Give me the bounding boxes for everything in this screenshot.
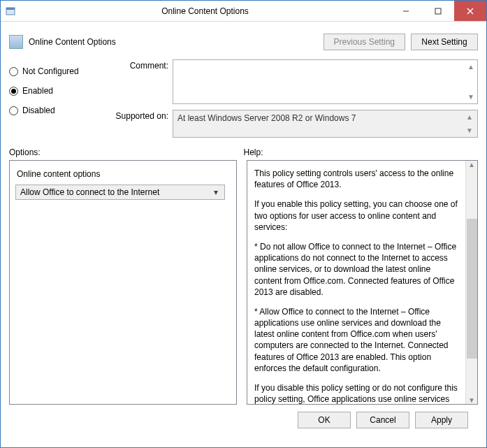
help-panel: This policy setting controls users' acce…	[247, 160, 478, 405]
maximize-button[interactable]	[422, 1, 454, 21]
scroll-down-icon: ▼	[468, 396, 475, 404]
scrollbar-thumb[interactable]	[467, 219, 477, 359]
page-title: Online Content Options	[29, 37, 116, 47]
radio-icon	[9, 87, 18, 96]
radio-label: Disabled	[22, 106, 55, 115]
policy-icon	[9, 35, 23, 49]
help-paragraph: If you enable this policy setting, you c…	[254, 198, 459, 233]
radio-label: Enabled	[22, 86, 53, 96]
radio-disabled[interactable]: Disabled	[9, 106, 114, 115]
previous-setting-button[interactable]: Previous Setting	[324, 34, 405, 50]
help-scrollbar[interactable]: ▲ ▼	[465, 161, 477, 404]
scroll-up-icon: ▲	[466, 63, 476, 71]
online-content-dropdown[interactable]: Allow Office to connect to the Internet …	[15, 185, 225, 200]
supported-on-text: At least Windows Server 2008 R2 or Windo…	[177, 113, 356, 123]
scroll-up-icon: ▲	[465, 113, 474, 121]
next-setting-button[interactable]: Next Setting	[411, 34, 478, 50]
close-button[interactable]	[454, 1, 486, 21]
window-icon	[1, 6, 20, 16]
supported-on-value: At least Windows Server 2008 R2 or Windo…	[173, 110, 478, 138]
radio-icon	[9, 106, 18, 115]
help-section-label: Help:	[244, 147, 479, 157]
apply-button[interactable]: Apply	[415, 412, 468, 428]
ok-button[interactable]: OK	[298, 412, 351, 428]
comment-label: Comment:	[114, 59, 173, 71]
radio-icon	[9, 67, 18, 76]
scroll-up-icon: ▲	[468, 161, 475, 168]
svg-rect-3	[435, 8, 441, 14]
title-bar: Online Content Options	[1, 1, 486, 22]
help-paragraph: This policy setting controls users' acce…	[254, 168, 459, 190]
dropdown-value: Allow Office to connect to the Internet	[20, 187, 159, 197]
help-text: This policy setting controls users' acce…	[253, 166, 472, 405]
help-paragraph: * Do not allow Office to connect to the …	[254, 241, 459, 298]
comment-input[interactable]: ▲ ▼	[173, 59, 478, 104]
help-paragraph: If you disable this policy setting or do…	[254, 382, 459, 405]
options-panel: Online content options Allow Office to c…	[9, 160, 237, 405]
options-section-label: Options:	[9, 147, 244, 157]
window-title: Online Content Options	[20, 6, 390, 16]
scroll-down-icon: ▼	[465, 127, 474, 134]
cancel-button[interactable]: Cancel	[356, 412, 409, 428]
options-group-title: Online content options	[17, 169, 231, 179]
help-paragraph: * Allow Office to connect to the Interne…	[254, 306, 459, 374]
minimize-button[interactable]	[390, 1, 422, 21]
radio-label: Not Configured	[22, 66, 79, 76]
chevron-down-icon: ▾	[210, 187, 221, 197]
supported-on-label: Supported on:	[114, 110, 173, 121]
scroll-down-icon: ▼	[466, 93, 476, 101]
svg-rect-1	[6, 8, 15, 10]
radio-enabled[interactable]: Enabled	[9, 86, 114, 96]
radio-not-configured[interactable]: Not Configured	[9, 66, 114, 76]
